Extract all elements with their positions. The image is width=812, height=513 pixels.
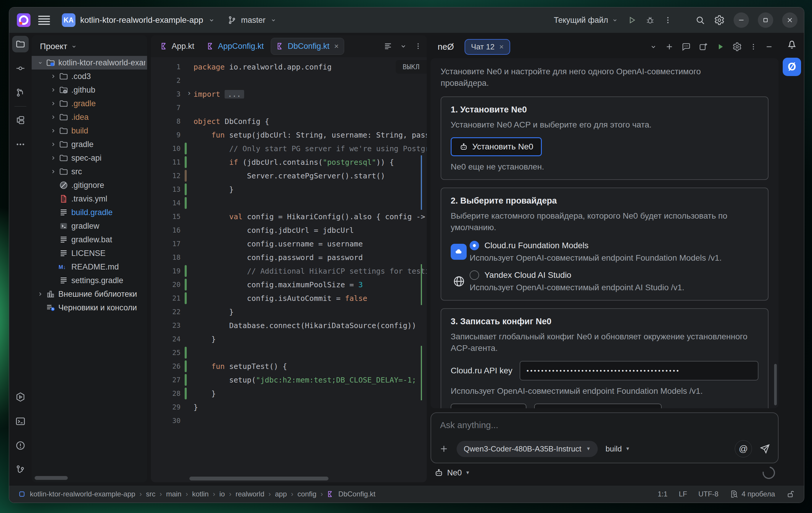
chevron-down-icon[interactable] [400, 42, 407, 50]
commit-tool-button[interactable] [12, 60, 29, 77]
close-tab-icon[interactable]: × [334, 42, 339, 51]
attach-plus-icon[interactable] [439, 444, 449, 454]
breadcrumb-item[interactable]: app [275, 490, 287, 498]
structure-tool-button[interactable] [12, 112, 29, 128]
provider-option-cloudru[interactable]: Cloud.ru Foundation Models Использует Op… [451, 241, 758, 263]
configure-ne0-button[interactable]: Настроить Ne0 [451, 403, 526, 408]
close-chat-tab-icon[interactable]: × [499, 42, 504, 52]
tab-dbconfig-kt[interactable]: DbConfig.kt × [271, 38, 344, 55]
maximize-button[interactable] [758, 12, 773, 28]
tab-list-icon[interactable] [383, 42, 393, 51]
tree-item[interactable]: gradlew.bat [32, 233, 147, 246]
tree-item[interactable]: kotlin-ktor-realworld-example-app [32, 56, 147, 69]
breadcrumb-item[interactable]: config [297, 490, 316, 498]
services-tool-button[interactable] [12, 389, 29, 405]
lock-open-icon[interactable] [786, 490, 795, 499]
radio-selected[interactable] [470, 241, 479, 250]
more-tools-button[interactable] [12, 136, 29, 153]
breadcrumb-item[interactable]: kotlin [192, 490, 209, 498]
chat-kebab-icon[interactable] [750, 43, 757, 51]
notifications-bell-icon[interactable] [786, 38, 798, 50]
tree-item[interactable]: ʏ.travis.yml [32, 192, 147, 206]
breadcrumb-item[interactable]: src [146, 490, 155, 498]
chat-history-icon[interactable] [682, 42, 691, 52]
chevron-down-icon[interactable] [612, 17, 618, 23]
install-ne0-button[interactable]: Установить Ne0 [451, 137, 542, 156]
indent-setting[interactable]: 4 пробела [730, 490, 775, 499]
new-chat-icon[interactable] [665, 42, 674, 51]
chat-input-box[interactable]: Ask anything... Qwen3-Coder-480B-A35B-In… [431, 413, 779, 463]
ne0-tool-button[interactable]: Ø [783, 58, 801, 76]
tree-item[interactable]: gradlew [32, 219, 147, 233]
send-icon[interactable] [760, 444, 770, 454]
tree-item[interactable]: gradle [32, 138, 147, 151]
tree-item[interactable]: .gitignore [32, 178, 147, 192]
run-icon[interactable] [627, 16, 637, 25]
chevron-down-icon[interactable] [36, 60, 45, 66]
tree-item[interactable]: .cod3 [32, 69, 147, 83]
project-tool-button[interactable] [12, 36, 29, 52]
terminal-tool-button[interactable] [12, 413, 29, 429]
tree-item[interactable]: build.gradle [32, 206, 147, 219]
chevron-right-icon[interactable] [49, 155, 58, 161]
tree-item[interactable]: LICENSE [32, 246, 147, 260]
fold-chevron-icon[interactable]: › [187, 89, 191, 97]
settings-gear-icon[interactable] [714, 15, 725, 25]
mention-button[interactable]: @ [735, 440, 752, 457]
provider-option-yandex[interactable]: Yandex Cloud AI Studio Использует OpenAI… [451, 270, 758, 292]
tree-item[interactable]: src [32, 165, 147, 178]
editor-kebab-icon[interactable] [414, 42, 422, 50]
chevron-down-icon[interactable] [649, 43, 657, 51]
breadcrumb-item[interactable]: realworld [236, 490, 264, 498]
line-ending[interactable]: LF [679, 490, 687, 498]
breadcrumb[interactable]: kotlin-ktor-realworld-example-app›src›ma… [30, 490, 376, 498]
project-name[interactable]: kotlin-ktor-realworld-example-app [80, 16, 203, 25]
chevron-right-icon[interactable] [49, 73, 58, 79]
chat-tab[interactable]: Чат 12 × [465, 39, 510, 55]
mode-selector[interactable]: build ▼ [605, 444, 630, 454]
agent-name[interactable]: Ne0 [447, 468, 462, 478]
chevron-right-icon[interactable] [49, 142, 58, 147]
chevron-right-icon[interactable] [36, 291, 45, 297]
chevron-down-icon[interactable] [208, 17, 215, 24]
encoding[interactable]: UTF-8 [698, 490, 719, 498]
radio-unselected[interactable] [470, 270, 479, 280]
main-menu-button[interactable] [38, 14, 50, 26]
tree-item[interactable]: spec-api [32, 151, 147, 165]
chevron-right-icon[interactable] [49, 169, 58, 175]
tree-item[interactable]: Черновики и консоли [32, 301, 147, 314]
horizontal-scrollbar[interactable] [35, 476, 68, 480]
chevron-down-icon[interactable] [270, 17, 277, 23]
tab-appconfig-kt[interactable]: AppConfig.kt [202, 38, 269, 55]
chat-vertical-scrollbar[interactable] [774, 364, 777, 405]
chevron-right-icon[interactable] [49, 100, 58, 107]
tree-item[interactable]: Внешние библиотеки [32, 287, 147, 301]
chat-settings-icon[interactable] [732, 42, 742, 52]
tab-app-kt[interactable]: App.kt [155, 38, 200, 55]
chevron-down-icon[interactable]: ▼ [465, 470, 470, 476]
tree-item[interactable]: .github [32, 83, 147, 97]
problems-tool-button[interactable] [12, 437, 29, 454]
project-tree[interactable]: kotlin-ktor-realworld-example-app.cod3.g… [32, 56, 147, 482]
tree-item[interactable]: settings.gradle [32, 274, 147, 287]
chevron-right-icon[interactable] [49, 87, 58, 93]
tree-item[interactable]: .gradle [32, 97, 147, 110]
vcs-update-tool-button[interactable] [12, 84, 29, 101]
code-editor[interactable]: ВЫКЛ 1package io.realworld.app.config23›… [151, 57, 427, 482]
more-actions-icon[interactable] [664, 16, 672, 24]
tree-item[interactable]: M↓README.md [32, 260, 147, 274]
model-selector[interactable]: Qwen3-Coder-480B-A35B-Instruct ▼ [457, 441, 598, 457]
branch-name[interactable]: master [241, 16, 266, 25]
breadcrumb-item[interactable]: io [219, 490, 225, 498]
run-configuration[interactable]: Текущий файл [554, 16, 608, 25]
caret-position[interactable]: 1:1 [658, 490, 668, 498]
chevron-right-icon[interactable] [49, 114, 58, 120]
tree-item[interactable]: build [32, 124, 147, 138]
open-in-window-icon[interactable] [699, 42, 708, 52]
breadcrumb-item[interactable]: DbConfig.kt [338, 490, 375, 498]
run-agent-icon[interactable] [716, 42, 725, 51]
close-button[interactable] [782, 12, 798, 28]
breadcrumb-item[interactable]: kotlin-ktor-realworld-example-app [30, 490, 135, 498]
debug-icon[interactable] [645, 16, 655, 25]
tree-item[interactable]: .idea [32, 110, 147, 124]
